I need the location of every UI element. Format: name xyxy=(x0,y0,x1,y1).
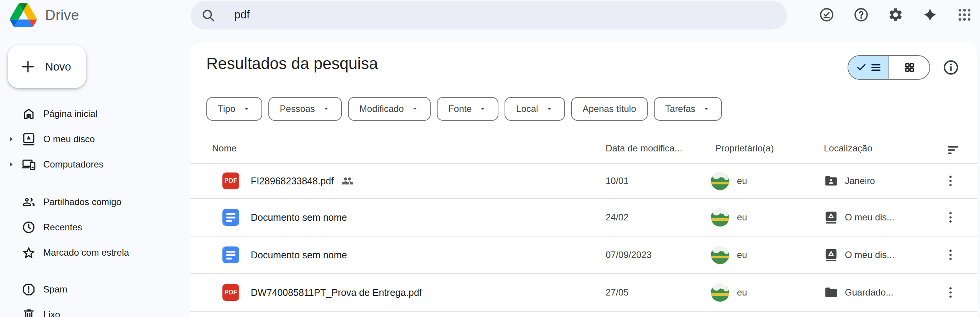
file-row[interactable]: PDF FI28968233848.pdf 10/01 eu Janeiro xyxy=(190,164,977,199)
more-options-icon[interactable] xyxy=(943,210,958,225)
plus-icon xyxy=(19,58,37,76)
file-name: Documento sem nome xyxy=(251,212,347,223)
file-name: FI28968233848.pdf xyxy=(251,176,334,187)
location-cell[interactable]: O meu dis... xyxy=(824,199,894,236)
file-name: Documento sem nome xyxy=(251,250,347,261)
grid-view-button[interactable] xyxy=(889,56,929,79)
modified-date: 24/02 xyxy=(606,212,629,223)
filter-chip-tarefas[interactable]: Tarefas xyxy=(654,97,722,121)
filter-chip-local[interactable]: Local xyxy=(505,97,565,121)
sidebar-item-my-drive[interactable]: O meu disco xyxy=(0,126,190,152)
sidebar-item-computers[interactable]: Computadores xyxy=(0,152,190,177)
filter-chip-tipo[interactable]: Tipo xyxy=(206,97,262,121)
list-view-icon xyxy=(870,62,882,73)
location-cell[interactable]: Janeiro xyxy=(824,164,875,198)
filter-chip-apenas-titulo[interactable]: Apenas título xyxy=(571,97,648,121)
gdoc-file-icon xyxy=(222,209,239,226)
expand-arrow-icon[interactable] xyxy=(8,161,15,168)
help-icon[interactable] xyxy=(853,7,869,23)
file-name-cell: Documento sem nome xyxy=(251,237,347,273)
column-header-name[interactable]: Nome xyxy=(212,143,237,154)
list-view-button[interactable] xyxy=(848,56,889,79)
gdoc-file-icon xyxy=(222,246,239,263)
pdf-file-icon: PDF xyxy=(222,284,239,301)
location-cell[interactable]: O meu dis... xyxy=(824,237,894,273)
filter-chip-pessoas[interactable]: Pessoas xyxy=(268,97,342,121)
sidebar-item-recent[interactable]: Recentes xyxy=(0,215,190,240)
shared-with-me-icon xyxy=(21,195,36,209)
pdf-file-icon: PDF xyxy=(222,172,239,189)
column-header-owner[interactable]: Proprietário(a) xyxy=(715,143,774,154)
chip-label: Tarefas xyxy=(665,103,696,114)
filter-chip-fonte[interactable]: Fonte xyxy=(437,97,498,121)
file-row[interactable]: PDF DW740085811PT_Prova de Entrega.pdf 2… xyxy=(190,274,977,312)
folder-icon xyxy=(824,285,838,300)
sidebar-nav: Página inicial O meu disco Co xyxy=(0,101,190,317)
more-options-icon[interactable] xyxy=(943,247,958,263)
owner-label: eu xyxy=(737,287,747,298)
location-label: Janeiro xyxy=(845,176,875,186)
chip-label: Tipo xyxy=(218,103,235,114)
column-header-location[interactable]: Localização xyxy=(824,143,872,154)
location-label: Guardado... xyxy=(845,287,893,298)
file-row[interactable]: Documento sem nome 24/02 eu O meu dis... xyxy=(190,199,977,237)
owner-label: eu xyxy=(737,212,747,223)
sidebar-group-gap xyxy=(0,265,190,277)
details-button[interactable] xyxy=(942,59,959,76)
expand-arrow-icon[interactable] xyxy=(8,136,15,142)
caret-down-icon xyxy=(242,105,251,113)
grid-view-icon xyxy=(904,62,915,73)
my-drive-location-icon xyxy=(824,248,838,262)
computers-icon xyxy=(21,157,36,172)
caret-down-icon xyxy=(702,105,710,113)
sidebar-item-spam[interactable]: Spam xyxy=(0,277,190,302)
table-header: Nome Data de modifica... Proprietário(a)… xyxy=(190,140,977,164)
drive-logo-icon xyxy=(10,3,37,27)
shared-folder-icon xyxy=(824,174,838,188)
sidebar-item-starred[interactable]: Marcado com estrela xyxy=(0,240,190,265)
file-row[interactable]: Documento sem nome 07/09/2023 eu O meu d… xyxy=(190,237,977,274)
location-label: O meu dis... xyxy=(845,212,894,223)
modified-date: 27/05 xyxy=(606,287,629,298)
offline-status-icon[interactable] xyxy=(819,7,835,23)
file-name-cell: Documento sem nome xyxy=(251,199,347,236)
modified-date: 10/01 xyxy=(606,176,629,186)
gemini-icon[interactable] xyxy=(922,7,938,23)
filter-bar: Tipo Pessoas Modificado Fonte Local Apen… xyxy=(206,97,722,121)
sidebar-item-label: O meu disco xyxy=(43,134,95,145)
search-input[interactable]: pdf xyxy=(234,8,250,21)
trash-icon xyxy=(21,307,36,317)
owner-avatar xyxy=(711,208,729,227)
sidebar-item-label: Partilhados comigo xyxy=(43,197,121,207)
home-icon xyxy=(21,107,36,121)
view-toggle xyxy=(848,55,930,80)
more-options-icon[interactable] xyxy=(943,285,958,300)
owner-label: eu xyxy=(737,176,747,186)
sort-icon[interactable] xyxy=(946,142,961,158)
sidebar-item-home[interactable]: Página inicial xyxy=(0,101,190,126)
sidebar-item-label: Computadores xyxy=(43,159,103,170)
search-icon[interactable] xyxy=(201,8,216,23)
settings-icon[interactable] xyxy=(888,7,903,23)
file-name: DW740085811PT_Prova de Entrega.pdf xyxy=(251,287,422,298)
more-options-icon[interactable] xyxy=(943,173,958,189)
new-button-label: Novo xyxy=(45,61,71,73)
drive-logo[interactable]: Drive xyxy=(10,3,79,27)
search-bar[interactable]: pdf xyxy=(191,1,787,30)
column-header-modified[interactable]: Data de modifica... xyxy=(606,143,682,154)
new-button[interactable]: Novo xyxy=(8,45,86,88)
location-cell[interactable]: Guardado... xyxy=(824,274,893,311)
main-panel: Resultados da pesquisa xyxy=(190,42,977,317)
caret-down-icon xyxy=(545,105,554,113)
sidebar-item-label: Marcado com estrela xyxy=(43,247,129,258)
caret-down-icon xyxy=(411,105,419,113)
my-drive-location-icon xyxy=(824,210,838,225)
owner-avatar xyxy=(711,172,729,190)
sidebar-group-gap xyxy=(0,177,190,189)
filter-chip-modificado[interactable]: Modificado xyxy=(348,97,431,121)
apps-grid-icon[interactable] xyxy=(957,7,972,23)
app-title: Drive xyxy=(45,7,79,23)
file-name-cell: DW740085811PT_Prova de Entrega.pdf xyxy=(251,274,422,311)
sidebar-item-trash[interactable]: Lixo xyxy=(0,302,190,317)
sidebar-item-shared-with-me[interactable]: Partilhados comigo xyxy=(0,189,190,215)
